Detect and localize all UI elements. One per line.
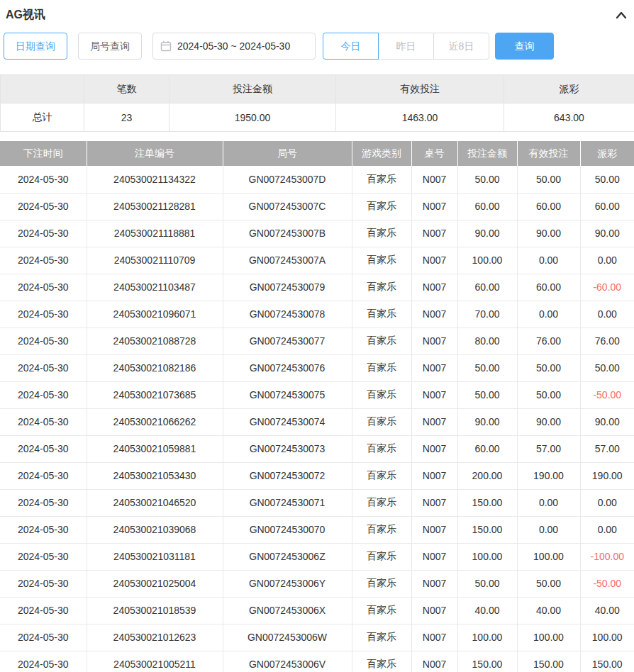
cell-game-type: 百家乐 bbox=[352, 408, 411, 435]
summary-total-valid-bet: 1463.00 bbox=[336, 103, 504, 132]
cell-table-no: N007 bbox=[411, 301, 457, 327]
today-button[interactable]: 今日 bbox=[323, 33, 379, 60]
last-8-days-button[interactable]: 近8日 bbox=[433, 33, 489, 60]
cell-table-no: N007 bbox=[411, 489, 457, 516]
cell-game-type: 百家乐 bbox=[352, 381, 411, 408]
table-row: 2024-05-30 240530021096071 GN00724530078… bbox=[0, 301, 634, 327]
cell-bet-id: 240530021082186 bbox=[87, 354, 223, 381]
cell-bet-amount: 100.00 bbox=[457, 624, 517, 651]
cell-table-no: N007 bbox=[411, 570, 457, 597]
records-header-row: 下注时间 注单编号 局号 游戏类别 桌号 投注金额 有效投注 派彩 bbox=[0, 141, 634, 166]
cell-valid-bet: 100.00 bbox=[517, 543, 580, 570]
cell-round-id: GN0072453006X bbox=[223, 597, 352, 624]
table-row: 2024-05-30 240530021025004 GN0072453006Y… bbox=[0, 570, 634, 597]
cell-bet-time: 2024-05-30 bbox=[0, 166, 87, 193]
cell-bet-amount: 60.00 bbox=[457, 274, 517, 301]
table-row: 2024-05-30 240530021118881 GN0072453007B… bbox=[0, 220, 634, 247]
cell-payout: 190.00 bbox=[580, 462, 634, 489]
cell-bet-amount: 150.00 bbox=[457, 489, 517, 516]
cell-table-no: N007 bbox=[411, 274, 457, 301]
table-row: 2024-05-30 240530021059881 GN00724530073… bbox=[0, 435, 634, 462]
cell-payout: 60.00 bbox=[580, 193, 634, 220]
cell-bet-amount: 70.00 bbox=[457, 301, 517, 327]
cell-bet-amount: 60.00 bbox=[457, 193, 517, 220]
cell-bet-amount: 150.00 bbox=[457, 651, 517, 672]
table-row: 2024-05-30 240530021066262 GN00724530074… bbox=[0, 408, 634, 435]
cell-table-no: N007 bbox=[411, 166, 457, 193]
cell-bet-time: 2024-05-30 bbox=[0, 408, 87, 435]
cell-payout: 90.00 bbox=[580, 220, 634, 247]
date-query-tab[interactable]: 日期查询 bbox=[4, 33, 67, 60]
cell-game-type: 百家乐 bbox=[352, 247, 411, 274]
cell-payout: 50.00 bbox=[580, 166, 634, 193]
cell-bet-id: 240530021103487 bbox=[87, 274, 223, 301]
cell-table-no: N007 bbox=[411, 327, 457, 354]
cell-bet-id: 240530021012623 bbox=[87, 624, 223, 651]
cell-round-id: GN0072453006Z bbox=[223, 543, 352, 570]
cell-valid-bet: 190.00 bbox=[517, 462, 580, 489]
cell-table-no: N007 bbox=[411, 354, 457, 381]
cell-bet-amount: 60.00 bbox=[457, 435, 517, 462]
cell-round-id: GN00724530070 bbox=[223, 516, 352, 543]
cell-bet-time: 2024-05-30 bbox=[0, 516, 87, 543]
cell-bet-amount: 50.00 bbox=[457, 570, 517, 597]
panel-header: AG视讯 bbox=[0, 0, 634, 23]
cell-round-id: GN0072453006Y bbox=[223, 570, 352, 597]
cell-valid-bet: 57.00 bbox=[517, 435, 580, 462]
table-row: 2024-05-30 240530021031181 GN0072453006Z… bbox=[0, 543, 634, 570]
round-query-tab[interactable]: 局号查询 bbox=[78, 33, 142, 60]
cell-valid-bet: 50.00 bbox=[517, 354, 580, 381]
cell-valid-bet: 150.00 bbox=[517, 651, 580, 672]
summary-header-valid-bet: 有效投注 bbox=[336, 75, 504, 103]
cell-payout: 100.00 bbox=[580, 624, 634, 651]
cell-game-type: 百家乐 bbox=[352, 274, 411, 301]
cell-bet-amount: 50.00 bbox=[457, 381, 517, 408]
summary-header-blank bbox=[1, 75, 84, 103]
cell-bet-time: 2024-05-30 bbox=[0, 381, 87, 408]
cell-valid-bet: 76.00 bbox=[517, 327, 580, 354]
cell-bet-id: 240530021134322 bbox=[87, 166, 223, 193]
cell-game-type: 百家乐 bbox=[352, 220, 411, 247]
col-header-bet-amount: 投注金额 bbox=[457, 141, 517, 166]
search-button[interactable]: 查询 bbox=[495, 33, 554, 60]
summary-total-label: 总计 bbox=[1, 103, 84, 132]
date-range-picker[interactable]: 2024-05-30 ~ 2024-05-30 bbox=[152, 33, 316, 60]
cell-table-no: N007 bbox=[411, 597, 457, 624]
table-row: 2024-05-30 240530021110709 GN0072453007A… bbox=[0, 247, 634, 274]
cell-game-type: 百家乐 bbox=[352, 354, 411, 381]
cell-bet-id: 240530021059881 bbox=[87, 435, 223, 462]
cell-round-id: GN00724530074 bbox=[223, 408, 352, 435]
cell-bet-id: 240530021110709 bbox=[87, 247, 223, 274]
table-row: 2024-05-30 240530021082186 GN00724530076… bbox=[0, 354, 634, 381]
cell-bet-id: 240530021066262 bbox=[87, 408, 223, 435]
summary-total-bet-amount: 1950.00 bbox=[169, 103, 336, 132]
cell-bet-amount: 50.00 bbox=[457, 166, 517, 193]
cell-bet-amount: 90.00 bbox=[457, 408, 517, 435]
table-row: 2024-05-30 240530021088728 GN00724530077… bbox=[0, 327, 634, 354]
cell-payout: 50.00 bbox=[580, 354, 634, 381]
cell-bet-time: 2024-05-30 bbox=[0, 220, 87, 247]
collapse-chevron-icon[interactable] bbox=[616, 11, 627, 19]
cell-payout: 90.00 bbox=[580, 408, 634, 435]
cell-valid-bet: 40.00 bbox=[517, 597, 580, 624]
table-row: 2024-05-30 240530021018539 GN0072453006X… bbox=[0, 597, 634, 624]
cell-table-no: N007 bbox=[411, 516, 457, 543]
cell-game-type: 百家乐 bbox=[352, 597, 411, 624]
cell-round-id: GN00724530077 bbox=[223, 327, 352, 354]
cell-bet-time: 2024-05-30 bbox=[0, 543, 87, 570]
cell-payout: 0.00 bbox=[580, 516, 634, 543]
cell-bet-id: 240530021096071 bbox=[87, 301, 223, 327]
cell-bet-time: 2024-05-30 bbox=[0, 489, 87, 516]
table-row: 2024-05-30 240530021053430 GN00724530072… bbox=[0, 462, 634, 489]
cell-bet-time: 2024-05-30 bbox=[0, 435, 87, 462]
col-header-payout: 派彩 bbox=[580, 141, 634, 166]
cell-game-type: 百家乐 bbox=[352, 516, 411, 543]
cell-valid-bet: 50.00 bbox=[517, 166, 580, 193]
yesterday-button[interactable]: 昨日 bbox=[378, 33, 434, 60]
cell-bet-id: 240530021073685 bbox=[87, 381, 223, 408]
cell-valid-bet: 0.00 bbox=[517, 301, 580, 327]
cell-round-id: GN0072453006V bbox=[223, 651, 352, 672]
page-title: AG视讯 bbox=[6, 8, 45, 23]
cell-payout: 0.00 bbox=[580, 301, 634, 327]
cell-round-id: GN00724530078 bbox=[223, 301, 352, 327]
